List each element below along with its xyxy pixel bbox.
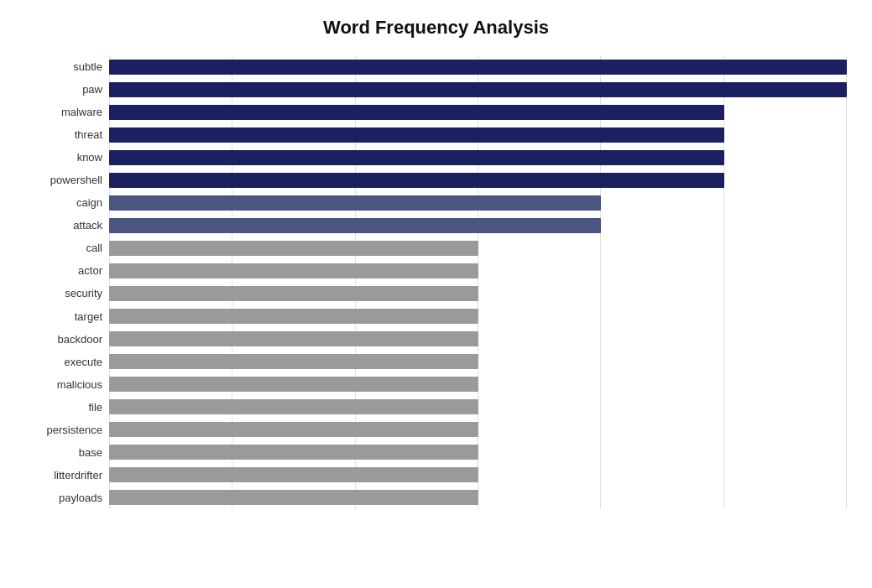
- bar-row: [109, 488, 847, 507]
- bar-row: [109, 375, 847, 393]
- y-label: execute: [64, 356, 102, 367]
- y-label: target: [75, 311, 102, 322]
- bar-row: [109, 466, 847, 484]
- bar: [109, 60, 847, 75]
- bar-row: [109, 262, 847, 280]
- chart-title: Word Frequency Analysis: [25, 17, 847, 39]
- bar-row: [109, 216, 847, 235]
- bars-grid: [109, 55, 847, 509]
- bar-row: [109, 330, 847, 348]
- y-labels: subtlepawmalwarethreatknowpowershellcaig…: [25, 55, 109, 509]
- bar: [109, 286, 478, 301]
- bar: [109, 150, 724, 165]
- y-label: paw: [82, 84, 102, 95]
- bar-row: [109, 443, 847, 461]
- y-label: powershell: [50, 174, 102, 185]
- bar: [109, 377, 478, 392]
- y-label: malicious: [57, 379, 102, 390]
- bar-row: [109, 284, 847, 303]
- bar-row: [109, 58, 847, 76]
- bar: [109, 241, 478, 256]
- grid-line: [478, 55, 478, 509]
- grid-line: [600, 55, 601, 509]
- y-label: call: [86, 242, 102, 253]
- y-label: threat: [75, 129, 102, 140]
- y-label: caign: [76, 197, 102, 208]
- bar: [109, 422, 478, 437]
- y-label: security: [65, 288, 102, 299]
- bar: [109, 445, 478, 460]
- bar: [109, 195, 601, 211]
- y-label: litterdrifter: [54, 470, 102, 481]
- chart-area: subtlepawmalwarethreatknowpowershellcaig…: [25, 55, 847, 509]
- bar: [109, 354, 478, 369]
- bar-row: [109, 239, 847, 258]
- y-label: subtle: [73, 61, 102, 72]
- bar: [109, 490, 478, 505]
- grid-line: [846, 55, 847, 509]
- bar: [109, 127, 724, 143]
- grid-lines: [109, 55, 847, 509]
- y-label: actor: [78, 265, 102, 276]
- chart-container: Word Frequency Analysis subtlepawmalware…: [0, 0, 872, 588]
- bar: [109, 263, 478, 278]
- bar-row: [109, 126, 847, 144]
- bar-row: [109, 420, 847, 439]
- y-label: persistence: [47, 424, 102, 435]
- y-label: backdoor: [58, 334, 102, 345]
- grid-line: [109, 55, 110, 509]
- bar: [109, 218, 601, 233]
- bar: [109, 173, 724, 188]
- bar-row: [109, 307, 847, 325]
- grid-line: [723, 55, 724, 509]
- y-label: base: [79, 447, 102, 458]
- bar-row: [109, 398, 847, 416]
- y-label: attack: [73, 220, 102, 231]
- bar-row: [109, 352, 847, 371]
- y-label: payloads: [59, 492, 102, 503]
- bar: [109, 82, 847, 97]
- bar: [109, 331, 478, 346]
- bar-row: [109, 148, 847, 167]
- bar: [109, 467, 478, 482]
- bar-row: [109, 103, 847, 122]
- bar-row: [109, 194, 847, 212]
- y-label: malware: [61, 107, 102, 117]
- y-label: file: [88, 402, 102, 413]
- bar-row: [109, 171, 847, 190]
- bar-row: [109, 81, 847, 99]
- y-label: know: [77, 152, 102, 163]
- grid-line: [232, 55, 232, 509]
- grid-line: [355, 55, 356, 509]
- bar: [109, 105, 724, 120]
- bar: [109, 399, 478, 414]
- bar: [109, 309, 478, 324]
